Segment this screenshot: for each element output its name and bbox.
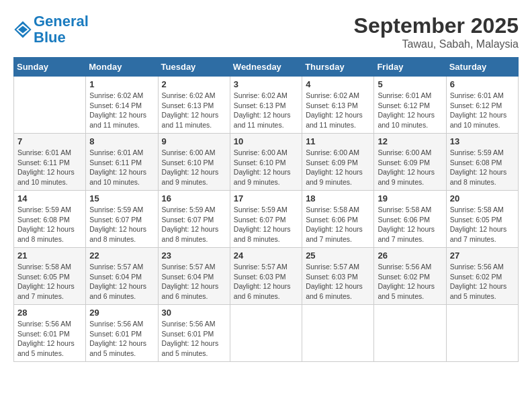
day-info: Sunrise: 6:02 AM Sunset: 6:13 PM Dayligh… — [234, 91, 298, 130]
day-info: Sunrise: 5:56 AM Sunset: 6:01 PM Dayligh… — [89, 319, 154, 359]
calendar-cell: 16Sunrise: 5:59 AM Sunset: 6:07 PM Dayli… — [158, 191, 230, 248]
calendar-cell: 25Sunrise: 5:57 AM Sunset: 6:03 PM Dayli… — [302, 248, 374, 305]
calendar-week-3: 14Sunrise: 5:59 AM Sunset: 6:08 PM Dayli… — [14, 191, 519, 248]
logo-icon — [13, 20, 32, 39]
day-number: 12 — [378, 136, 442, 146]
calendar-week-2: 7Sunrise: 6:01 AM Sunset: 6:11 PM Daylig… — [14, 134, 519, 191]
calendar-cell: 2Sunrise: 6:02 AM Sunset: 6:13 PM Daylig… — [158, 77, 230, 134]
day-info: Sunrise: 5:56 AM Sunset: 6:02 PM Dayligh… — [450, 262, 515, 302]
calendar-cell — [374, 305, 446, 362]
calendar-cell: 21Sunrise: 5:58 AM Sunset: 6:05 PM Dayli… — [14, 248, 86, 305]
calendar-cell: 12Sunrise: 6:00 AM Sunset: 6:09 PM Dayli… — [374, 134, 446, 191]
day-info: Sunrise: 6:01 AM Sunset: 6:11 PM Dayligh… — [89, 148, 154, 187]
day-number: 4 — [306, 79, 370, 89]
location: Tawau, Sabah, Malaysia — [354, 38, 519, 50]
day-info: Sunrise: 5:57 AM Sunset: 6:04 PM Dayligh… — [89, 262, 154, 302]
day-info: Sunrise: 6:01 AM Sunset: 6:12 PM Dayligh… — [450, 91, 515, 130]
day-number: 15 — [89, 193, 154, 203]
day-info: Sunrise: 6:00 AM Sunset: 6:09 PM Dayligh… — [306, 148, 370, 187]
day-info: Sunrise: 5:59 AM Sunset: 6:07 PM Dayligh… — [234, 205, 298, 244]
day-info: Sunrise: 6:00 AM Sunset: 6:10 PM Dayligh… — [162, 148, 226, 187]
day-number: 6 — [450, 79, 515, 89]
day-info: Sunrise: 5:58 AM Sunset: 6:05 PM Dayligh… — [17, 262, 82, 302]
day-number: 29 — [89, 308, 154, 318]
day-header-friday: Friday — [374, 58, 446, 77]
day-number: 23 — [162, 250, 226, 261]
calendar-cell: 4Sunrise: 6:02 AM Sunset: 6:13 PM Daylig… — [302, 77, 374, 134]
day-info: Sunrise: 6:01 AM Sunset: 6:12 PM Dayligh… — [378, 91, 442, 130]
day-number: 1 — [89, 79, 154, 89]
calendar-header-row: SundayMondayTuesdayWednesdayThursdayFrid… — [14, 58, 519, 77]
calendar-cell: 27Sunrise: 5:56 AM Sunset: 6:02 PM Dayli… — [446, 248, 518, 305]
calendar-cell: 22Sunrise: 5:57 AM Sunset: 6:04 PM Dayli… — [86, 248, 158, 305]
calendar-cell — [302, 305, 374, 362]
day-number: 7 — [17, 136, 82, 146]
calendar-cell: 20Sunrise: 5:58 AM Sunset: 6:05 PM Dayli… — [446, 191, 518, 248]
day-number: 17 — [234, 193, 298, 203]
day-info: Sunrise: 5:56 AM Sunset: 6:02 PM Dayligh… — [378, 262, 442, 302]
calendar-cell — [14, 77, 86, 134]
day-info: Sunrise: 5:59 AM Sunset: 6:08 PM Dayligh… — [450, 148, 515, 187]
calendar-cell: 11Sunrise: 6:00 AM Sunset: 6:09 PM Dayli… — [302, 134, 374, 191]
calendar-cell: 6Sunrise: 6:01 AM Sunset: 6:12 PM Daylig… — [446, 77, 518, 134]
calendar-cell: 5Sunrise: 6:01 AM Sunset: 6:12 PM Daylig… — [374, 77, 446, 134]
day-number: 10 — [234, 136, 298, 146]
day-number: 19 — [378, 193, 442, 203]
calendar-cell: 13Sunrise: 5:59 AM Sunset: 6:08 PM Dayli… — [446, 134, 518, 191]
day-number: 25 — [306, 250, 370, 261]
calendar-cell — [446, 305, 518, 362]
day-info: Sunrise: 6:01 AM Sunset: 6:11 PM Dayligh… — [17, 148, 82, 187]
day-number: 30 — [162, 308, 226, 318]
day-info: Sunrise: 5:57 AM Sunset: 6:03 PM Dayligh… — [306, 262, 370, 302]
day-number: 26 — [378, 250, 442, 261]
day-info: Sunrise: 5:56 AM Sunset: 6:01 PM Dayligh… — [162, 319, 226, 359]
calendar-cell: 24Sunrise: 5:57 AM Sunset: 6:03 PM Dayli… — [230, 248, 302, 305]
day-header-wednesday: Wednesday — [230, 58, 302, 77]
calendar-cell: 26Sunrise: 5:56 AM Sunset: 6:02 PM Dayli… — [374, 248, 446, 305]
day-number: 18 — [306, 193, 370, 203]
day-header-saturday: Saturday — [446, 58, 518, 77]
calendar-week-4: 21Sunrise: 5:58 AM Sunset: 6:05 PM Dayli… — [14, 248, 519, 305]
day-info: Sunrise: 6:00 AM Sunset: 6:10 PM Dayligh… — [234, 148, 298, 187]
calendar-table: SundayMondayTuesdayWednesdayThursdayFrid… — [13, 57, 519, 362]
day-header-thursday: Thursday — [302, 58, 374, 77]
day-number: 20 — [450, 193, 515, 203]
page-header: General Blue September 2025 Tawau, Sabah… — [13, 13, 519, 50]
day-info: Sunrise: 5:58 AM Sunset: 6:06 PM Dayligh… — [306, 205, 370, 244]
calendar-cell: 29Sunrise: 5:56 AM Sunset: 6:01 PM Dayli… — [86, 305, 158, 362]
calendar-cell: 15Sunrise: 5:59 AM Sunset: 6:07 PM Dayli… — [86, 191, 158, 248]
logo: General Blue — [13, 13, 89, 46]
calendar-cell: 30Sunrise: 5:56 AM Sunset: 6:01 PM Dayli… — [158, 305, 230, 362]
day-number: 28 — [17, 308, 82, 318]
day-info: Sunrise: 5:58 AM Sunset: 6:05 PM Dayligh… — [450, 205, 515, 244]
calendar-cell: 3Sunrise: 6:02 AM Sunset: 6:13 PM Daylig… — [230, 77, 302, 134]
day-info: Sunrise: 5:56 AM Sunset: 6:01 PM Dayligh… — [17, 319, 82, 359]
day-info: Sunrise: 6:02 AM Sunset: 6:14 PM Dayligh… — [89, 91, 154, 130]
day-info: Sunrise: 5:58 AM Sunset: 6:06 PM Dayligh… — [378, 205, 442, 244]
day-info: Sunrise: 5:57 AM Sunset: 6:04 PM Dayligh… — [162, 262, 226, 302]
calendar-cell: 8Sunrise: 6:01 AM Sunset: 6:11 PM Daylig… — [86, 134, 158, 191]
calendar-cell: 23Sunrise: 5:57 AM Sunset: 6:04 PM Dayli… — [158, 248, 230, 305]
calendar-cell: 18Sunrise: 5:58 AM Sunset: 6:06 PM Dayli… — [302, 191, 374, 248]
day-number: 5 — [378, 79, 442, 89]
calendar-cell: 14Sunrise: 5:59 AM Sunset: 6:08 PM Dayli… — [14, 191, 86, 248]
logo-text: General Blue — [34, 13, 89, 46]
calendar-week-1: 1Sunrise: 6:02 AM Sunset: 6:14 PM Daylig… — [14, 77, 519, 134]
day-number: 22 — [89, 250, 154, 261]
calendar-cell: 17Sunrise: 5:59 AM Sunset: 6:07 PM Dayli… — [230, 191, 302, 248]
day-number: 13 — [450, 136, 515, 146]
day-number: 21 — [17, 250, 82, 261]
day-info: Sunrise: 5:59 AM Sunset: 6:08 PM Dayligh… — [17, 205, 82, 244]
day-number: 8 — [89, 136, 154, 146]
day-header-sunday: Sunday — [14, 58, 86, 77]
month-title: September 2025 — [354, 13, 519, 38]
day-number: 9 — [162, 136, 226, 146]
calendar-cell: 7Sunrise: 6:01 AM Sunset: 6:11 PM Daylig… — [14, 134, 86, 191]
calendar-cell — [230, 305, 302, 362]
day-number: 11 — [306, 136, 370, 146]
day-header-tuesday: Tuesday — [158, 58, 230, 77]
day-header-monday: Monday — [86, 58, 158, 77]
day-info: Sunrise: 6:02 AM Sunset: 6:13 PM Dayligh… — [162, 91, 226, 130]
day-info: Sunrise: 5:57 AM Sunset: 6:03 PM Dayligh… — [234, 262, 298, 302]
day-number: 3 — [234, 79, 298, 89]
